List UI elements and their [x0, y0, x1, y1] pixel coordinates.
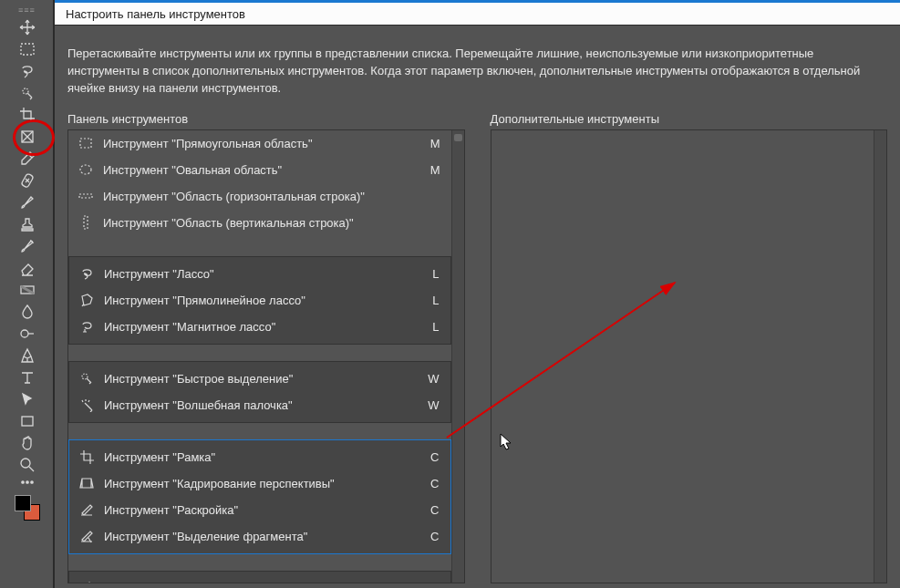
- col-marquee-icon: [76, 215, 96, 230]
- move-tool[interactable]: [14, 16, 41, 38]
- extra-tools-list[interactable]: [491, 129, 888, 583]
- tool-row[interactable]: Инструмент "Прямоугольная область"M: [76, 130, 444, 157]
- fg-color-swatch[interactable]: [15, 495, 31, 511]
- right-column-title: Дополнительные инструменты: [491, 112, 888, 126]
- tool-row[interactable]: Инструмент "Прямолинейное лассо"L: [77, 287, 443, 314]
- quick-select-tool[interactable]: [14, 82, 41, 104]
- scrollbar[interactable]: [451, 130, 464, 583]
- tool-label: Инструмент "Прямолинейное лассо": [104, 294, 421, 307]
- dialog-description: Перетаскивайте инструменты или их группы…: [67, 46, 887, 98]
- tool-label: Инструмент "Быстрое выделение": [104, 372, 421, 386]
- tool-label: Инструмент "Магнитное лассо": [104, 320, 421, 334]
- path-select-tool[interactable]: [14, 388, 41, 410]
- more-tools-button[interactable]: [14, 476, 41, 489]
- healing-tool[interactable]: [14, 170, 41, 191]
- type-tool[interactable]: [14, 366, 41, 388]
- svg-rect-6: [22, 417, 33, 426]
- slice-select-icon: [77, 529, 97, 543]
- oval-marquee-icon: [76, 162, 96, 177]
- color-swatches[interactable]: [14, 494, 41, 521]
- svg-point-10: [30, 481, 32, 483]
- svg-rect-0: [21, 44, 34, 55]
- persp-crop-icon: [77, 476, 97, 490]
- rect-marquee-icon: [76, 136, 96, 150]
- tool-row[interactable]: Инструмент "Область (горизонтальная стро…: [76, 183, 444, 210]
- tool-row[interactable]: Инструмент "Овальная область"M: [76, 157, 444, 183]
- dropper-tool[interactable]: [14, 148, 41, 170]
- hand-tool[interactable]: [14, 432, 41, 454]
- mag-lasso-icon: [77, 319, 97, 334]
- poly-lasso-icon: [77, 293, 97, 307]
- tool-row[interactable]: Инструмент "Магнитное лассо"L: [77, 314, 443, 340]
- tool-label: Инструмент "Пипетка": [104, 582, 421, 583]
- eraser-tool[interactable]: [14, 257, 41, 279]
- tool-row[interactable]: Инструмент "Выделение фрагмента"C: [77, 523, 443, 550]
- lasso-icon: [77, 266, 97, 281]
- tool-row[interactable]: Инструмент "Раскройка"C: [77, 497, 443, 523]
- scrollbar-thumb[interactable]: [454, 134, 462, 141]
- lasso-tool[interactable]: [14, 60, 41, 82]
- wand-icon: [77, 397, 97, 412]
- tool-row[interactable]: Инструмент "Пипетка"I: [77, 575, 443, 583]
- tool-label: Инструмент "Кадрирование перспективы": [104, 477, 421, 490]
- tool-label: Инструмент "Раскройка": [104, 503, 421, 517]
- svg-rect-14: [84, 216, 88, 229]
- history-brush-tool[interactable]: [14, 235, 41, 257]
- svg-point-12: [80, 165, 91, 174]
- rectangle-tool[interactable]: [14, 410, 41, 432]
- tool-label: Инструмент "Волшебная палочка": [104, 398, 421, 412]
- tool-group[interactable]: Инструмент "Лассо"LИнструмент "Прямолине…: [68, 256, 451, 345]
- svg-point-8: [21, 481, 23, 483]
- tool-label: Инструмент "Область (горизонтальная стро…: [103, 190, 422, 203]
- crop-icon: [77, 449, 97, 464]
- tool-shortcut: M: [422, 163, 444, 177]
- tool-shortcut: L: [421, 320, 443, 334]
- tool-row[interactable]: Инструмент "Лассо"L: [77, 261, 443, 287]
- tool-row[interactable]: Инструмент "Рамка"C: [77, 444, 443, 470]
- drag-grip-icon[interactable]: ≡≡≡: [9, 5, 46, 15]
- tool-group[interactable]: Инструмент "Быстрое выделение"WИнструмен…: [68, 361, 451, 423]
- tool-shortcut: C: [421, 477, 443, 490]
- brush-tool[interactable]: [14, 191, 41, 213]
- row-marquee-icon: [76, 189, 96, 203]
- tool-group[interactable]: Инструмент "Прямоугольная область"MИнстр…: [68, 130, 451, 240]
- toolbar-list: Инструмент "Прямоугольная область"MИнстр…: [67, 129, 465, 583]
- tool-shortcut: L: [421, 294, 443, 307]
- blur-tool[interactable]: [14, 301, 41, 323]
- svg-point-9: [26, 481, 27, 483]
- tool-label: Инструмент "Рамка": [104, 450, 421, 464]
- tool-label: Инструмент "Прямоугольная область": [103, 137, 422, 150]
- svg-point-5: [21, 330, 28, 337]
- tool-shortcut: C: [421, 503, 443, 517]
- tool-label: Инструмент "Овальная область": [103, 163, 422, 177]
- tool-shortcut: C: [421, 530, 443, 543]
- tool-label: Инструмент "Выделение фрагмента": [104, 530, 421, 543]
- tool-row[interactable]: Инструмент "Быстрое выделение"W: [77, 366, 443, 392]
- tool-row[interactable]: Инструмент "Волшебная палочка"W: [77, 392, 443, 418]
- gradient-tool[interactable]: [14, 279, 41, 301]
- tool-shortcut: W: [421, 398, 443, 412]
- zoom-tool[interactable]: [14, 454, 41, 476]
- tool-shortcut: L: [421, 267, 443, 281]
- left-column-title: Панель инструментов: [67, 112, 465, 126]
- tool-row[interactable]: Инструмент "Кадрирование перспективы"C: [77, 470, 443, 497]
- tool-shortcut: I: [421, 582, 443, 583]
- svg-point-7: [21, 459, 30, 468]
- svg-rect-11: [80, 139, 91, 148]
- dodge-tool[interactable]: [14, 323, 41, 345]
- scrollbar[interactable]: [874, 130, 886, 583]
- customize-toolbar-dialog: Настроить панель инструментов Перетаскив…: [55, 0, 900, 588]
- stamp-tool[interactable]: [14, 213, 41, 235]
- crop-tool[interactable]: [14, 104, 41, 126]
- dropper-icon: [77, 581, 97, 583]
- tool-shortcut: M: [422, 137, 444, 150]
- tool-group[interactable]: Инструмент "Пипетка"I: [68, 571, 451, 583]
- svg-rect-13: [79, 194, 92, 198]
- rect-marquee-tool[interactable]: [14, 38, 41, 60]
- tool-row[interactable]: Инструмент "Область (вертикальная строка…: [76, 210, 444, 236]
- frame-tool[interactable]: [14, 126, 41, 148]
- dialog-title: Настроить панель инструментов: [66, 7, 245, 21]
- pen-tool[interactable]: [14, 345, 41, 366]
- dialog-title-bar[interactable]: Настроить панель инструментов: [55, 0, 900, 26]
- tool-group[interactable]: Инструмент "Рамка"CИнструмент "Кадрирова…: [68, 439, 451, 554]
